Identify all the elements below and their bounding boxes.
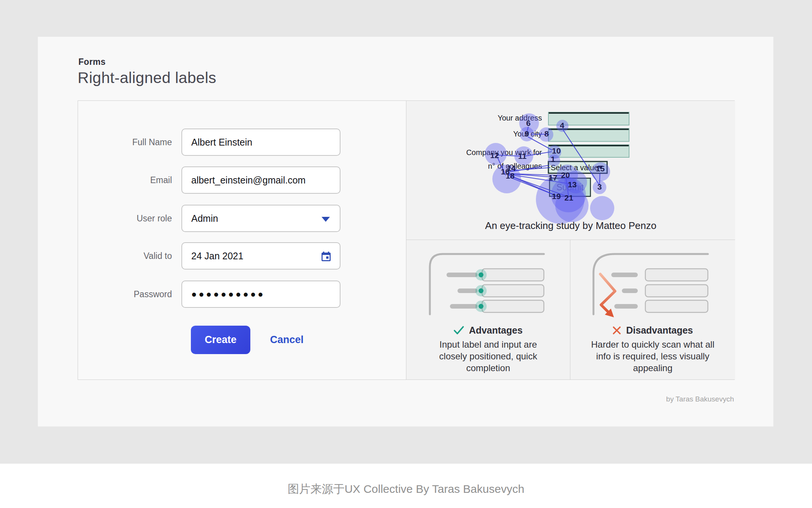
advantages-text: Input label and input are closely positi… <box>429 339 547 374</box>
full-name-input[interactable]: Albert Einstein <box>181 129 340 156</box>
svg-text:3: 3 <box>597 182 602 191</box>
svg-text:4: 4 <box>560 121 564 130</box>
create-button[interactable]: Create <box>191 326 250 354</box>
svg-text:21: 21 <box>564 193 573 202</box>
user-role-value: Admin <box>191 213 218 224</box>
advantages-heading: Advantages <box>406 325 570 336</box>
disadvantages-heading: Disadvantages <box>570 325 735 336</box>
page-title: Right-aligned labels <box>78 69 216 87</box>
email-label: Email <box>78 175 181 185</box>
svg-text:20: 20 <box>561 171 570 179</box>
author-credit: by Taras Bakusevych <box>666 395 734 403</box>
svg-text:11: 11 <box>518 152 527 160</box>
footer-caption: 图片来源于UX Collective By Taras Bakusevych <box>0 481 812 497</box>
svg-text:12: 12 <box>490 151 499 160</box>
svg-text:9: 9 <box>525 129 529 138</box>
svg-text:10: 10 <box>552 146 561 155</box>
check-icon <box>454 326 464 335</box>
svg-text:19: 19 <box>552 192 561 201</box>
cancel-link[interactable]: Cancel <box>270 334 304 346</box>
advantages-title: Advantages <box>469 325 523 336</box>
svg-text:13: 13 <box>568 180 576 189</box>
svg-text:8: 8 <box>544 129 549 138</box>
valid-to-date-field[interactable]: 24 Jan 2021 <box>181 242 340 270</box>
calendar-icon[interactable] <box>320 251 332 264</box>
email-field[interactable]: albert_einstein@gmail.com <box>181 166 340 194</box>
article-card: Forms Right-aligned labels Full Name Alb… <box>38 37 773 426</box>
full-name-value: Albert Einstein <box>191 137 252 148</box>
x-icon <box>612 326 621 335</box>
study-caption: An eye-tracking study by Matteo Penzo <box>406 220 735 232</box>
advantages-illustration <box>406 240 570 327</box>
user-role-label: User role <box>78 213 181 224</box>
chevron-down-icon[interactable] <box>322 217 330 222</box>
field-row-email: Email albert_einstein@gmail.com <box>78 166 358 194</box>
eye-tracking-panel: Your addressYour cityCompany you work fo… <box>406 101 735 240</box>
screen: Forms Right-aligned labels Full Name Alb… <box>0 0 812 508</box>
advantages-panel: Advantages Input label and input are clo… <box>406 240 570 379</box>
full-name-label: Full Name <box>78 137 181 147</box>
eye-tracking-diagram: Your addressYour cityCompany you work fo… <box>406 101 735 240</box>
svg-text:6: 6 <box>526 119 531 127</box>
password-field[interactable]: ●●●●●●●●●● <box>181 281 340 308</box>
form-actions: Create Cancel <box>191 326 304 354</box>
svg-text:17: 17 <box>548 173 557 182</box>
field-row-full-name: Full Name Albert Einstein <box>78 129 358 156</box>
content-panels: Full Name Albert Einstein Email albert_e… <box>78 100 735 380</box>
valid-to-label: Valid to <box>78 251 181 261</box>
svg-text:1: 1 <box>551 155 555 163</box>
valid-to-value: 24 Jan 2021 <box>191 251 244 262</box>
disadvantages-text: Harder to quickly scan what all info is … <box>587 339 719 374</box>
section-kicker: Forms <box>78 57 106 67</box>
disadvantages-panel: Disadvantages Harder to quickly scan wha… <box>570 240 735 379</box>
email-value: albert_einstein@gmail.com <box>191 175 306 186</box>
field-row-user-role: User role Admin <box>78 205 358 232</box>
disadvantages-title: Disadvantages <box>626 325 693 336</box>
password-label: Password <box>78 289 181 299</box>
field-row-password: Password ●●●●●●●●●● <box>78 281 358 308</box>
svg-text:15: 15 <box>596 164 605 173</box>
password-value: ●●●●●●●●●● <box>191 289 265 299</box>
disadvantages-illustration <box>570 240 734 327</box>
form-panel: Full Name Albert Einstein Email albert_e… <box>78 101 406 379</box>
svg-text:18: 18 <box>506 171 515 180</box>
user-role-select[interactable]: Admin <box>181 205 340 232</box>
field-row-valid-to: Valid to 24 Jan 2021 <box>78 242 358 270</box>
